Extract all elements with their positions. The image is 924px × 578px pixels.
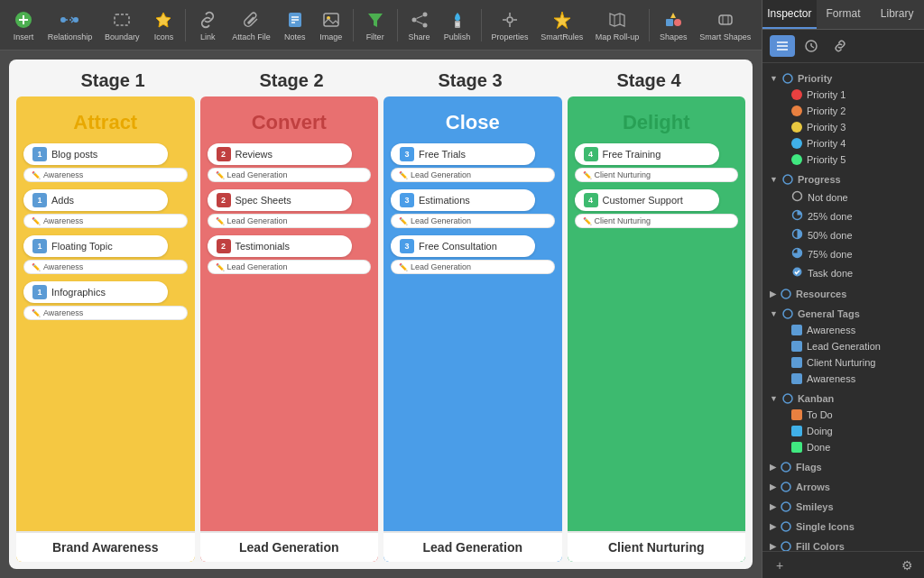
panel-tree: ▼ Priority Priority 1 Priority 2 Priorit… xyxy=(762,63,924,551)
priority-3-label: Priority 3 xyxy=(807,122,910,133)
priority-4-dot xyxy=(791,138,802,149)
svg-line-18 xyxy=(416,15,422,18)
single-icons-arrow: ▶ xyxy=(770,522,776,531)
tree-section-single-icons-header[interactable]: ▶ Single Icons xyxy=(770,517,917,535)
panel-tab-format[interactable]: Format xyxy=(817,0,871,29)
priority-1-item[interactable]: Priority 1 xyxy=(784,87,917,103)
priority-2-item[interactable]: Priority 2 xyxy=(784,103,917,119)
tag-awareness-2[interactable]: Awareness xyxy=(784,371,917,387)
tag-lead-gen-color xyxy=(791,341,802,352)
progress-75[interactable]: 75% done xyxy=(784,244,917,263)
card-reviews[interactable]: 2 Reviews xyxy=(208,143,352,165)
kanban-doing[interactable]: Doing xyxy=(784,423,917,439)
panel-tab-inspector[interactable]: Inspector xyxy=(762,0,817,29)
kanban-done[interactable]: Done xyxy=(784,439,917,455)
toolbar-publish[interactable]: Publish xyxy=(439,5,476,45)
tree-section-smileys-header[interactable]: ▶ Smileys xyxy=(770,497,917,515)
toolbar-image[interactable]: Image xyxy=(315,5,347,45)
priority-5-item[interactable]: Priority 5 xyxy=(784,151,917,168)
card-blog-posts[interactable]: 1 Blog posts xyxy=(23,143,168,165)
toolbar-link[interactable]: Link xyxy=(191,5,224,45)
toolbar-boundary[interactable]: Boundary xyxy=(100,5,144,45)
priority-4-item[interactable]: Priority 4 xyxy=(784,135,917,151)
toolbar-shapes[interactable]: Shapes xyxy=(655,5,692,45)
card-estimations[interactable]: 3 Estimations xyxy=(391,189,535,211)
card-free-trials[interactable]: 3 Free Trials xyxy=(391,143,535,165)
svg-point-17 xyxy=(422,23,427,27)
tag-awareness-1[interactable]: Awareness xyxy=(784,322,917,338)
toolbar-attach-file[interactable]: Attach File xyxy=(227,5,274,45)
card-testimonials[interactable]: 2 Testimonials xyxy=(208,235,352,257)
svg-point-3 xyxy=(60,17,66,23)
toolbar-icons[interactable]: Icons xyxy=(147,5,180,45)
kanban-arrow: ▼ xyxy=(770,394,778,403)
card-num-estimations: 3 xyxy=(400,193,414,207)
tree-section-fill-colors-header[interactable]: ▶ Fill Colors xyxy=(770,537,917,551)
panel-settings-button[interactable]: ⚙ xyxy=(897,555,917,575)
priority-4-label: Priority 4 xyxy=(807,138,910,149)
fill-colors-arrow: ▶ xyxy=(770,542,776,551)
progress-section-label: Progress xyxy=(798,174,841,185)
share-label: Share xyxy=(409,32,430,41)
toolbar-smartrules[interactable]: SmartRules xyxy=(536,5,587,45)
tag-text-blog: Awareness xyxy=(43,170,83,179)
col-attract-title: Attract xyxy=(23,106,188,143)
card-free-consultation[interactable]: 3 Free Consultation xyxy=(391,235,535,257)
progress-50[interactable]: 50% done xyxy=(784,225,917,244)
tree-section-arrows-header[interactable]: ▶ Arrows xyxy=(770,477,917,495)
tree-section-kanban-header[interactable]: ▼ Kanban xyxy=(770,389,917,407)
progress-75-icon xyxy=(791,247,803,261)
card-num-consultation: 3 xyxy=(400,239,414,253)
card-infographics[interactable]: 1 Infographics xyxy=(23,281,168,303)
card-num-floating: 1 xyxy=(32,239,47,253)
panel-subtab-clock[interactable] xyxy=(799,35,824,57)
tag-lead-gen[interactable]: Lead Generation xyxy=(784,338,917,354)
col-delight-footer: Client Nurturing xyxy=(568,531,746,562)
card-text-testimonials: Testimonials xyxy=(236,241,291,252)
progress-75-label: 75% done xyxy=(808,249,910,260)
toolbar-filter[interactable]: Filter xyxy=(359,5,392,45)
toolbar-map-rollup[interactable]: Map Roll-up xyxy=(591,5,643,45)
card-text-free-training: Free Training xyxy=(603,149,661,160)
panel-subtab-list[interactable] xyxy=(770,35,795,57)
card-num-infographics: 1 xyxy=(32,285,47,299)
attach-file-icon xyxy=(241,9,263,31)
tree-section-fill-colors: ▶ Fill Colors xyxy=(762,535,924,551)
card-floating-topic[interactable]: 1 Floating Topic xyxy=(23,235,168,257)
panel-tab-library[interactable]: Library xyxy=(870,0,924,29)
toolbar-smart-shapes[interactable]: Smart Shapes xyxy=(696,5,755,45)
tag-text-reviews: Lead Generation xyxy=(227,170,288,179)
icons-icon xyxy=(152,9,174,31)
resources-arrow: ▶ xyxy=(770,289,776,298)
progress-25[interactable]: 25% done xyxy=(784,206,917,225)
priority-3-item[interactable]: Priority 3 xyxy=(784,119,917,135)
card-text-floating: Floating Topic xyxy=(51,241,113,252)
tree-section-progress-header[interactable]: ▼ Progress xyxy=(770,170,917,188)
svg-point-50 xyxy=(783,175,792,184)
progress-not-done[interactable]: Not done xyxy=(784,188,917,206)
panel-subtab-link[interactable] xyxy=(827,35,853,57)
tag-client-nurturing[interactable]: Client Nurturing xyxy=(784,354,917,371)
card-free-training[interactable]: 4 Free Training xyxy=(575,143,719,165)
col-delight-title: Delight xyxy=(575,106,739,143)
svg-point-57 xyxy=(783,309,792,318)
toolbar-relationship[interactable]: Relationship xyxy=(43,5,97,45)
panel-add-button[interactable]: + xyxy=(770,555,790,575)
tree-section-resources: ▶ Resources xyxy=(762,282,924,302)
card-adds[interactable]: 1 Adds xyxy=(23,189,168,211)
card-spec-sheets[interactable]: 2 Spec Sheets xyxy=(208,189,352,211)
panel-subtabs xyxy=(762,30,924,63)
toolbar-insert[interactable]: Insert xyxy=(7,5,40,45)
insert-label: Insert xyxy=(14,32,34,41)
tree-section-resources-header[interactable]: ▶ Resources xyxy=(770,284,917,302)
toolbar-properties[interactable]: Properties xyxy=(487,5,533,45)
tree-section-general-tags-header[interactable]: ▼ General Tags xyxy=(770,304,917,322)
toolbar-share[interactable]: Share xyxy=(403,5,436,45)
toolbar-notes[interactable]: Notes xyxy=(279,5,311,45)
card-customer-support[interactable]: 4 Customer Support xyxy=(575,189,719,211)
svg-point-32 xyxy=(674,19,681,26)
tree-section-priority-header[interactable]: ▼ Priority xyxy=(770,69,917,87)
tree-section-flags-header[interactable]: ▶ Flags xyxy=(770,457,917,475)
progress-done[interactable]: Task done xyxy=(784,263,917,282)
kanban-todo[interactable]: To Do xyxy=(784,407,917,423)
